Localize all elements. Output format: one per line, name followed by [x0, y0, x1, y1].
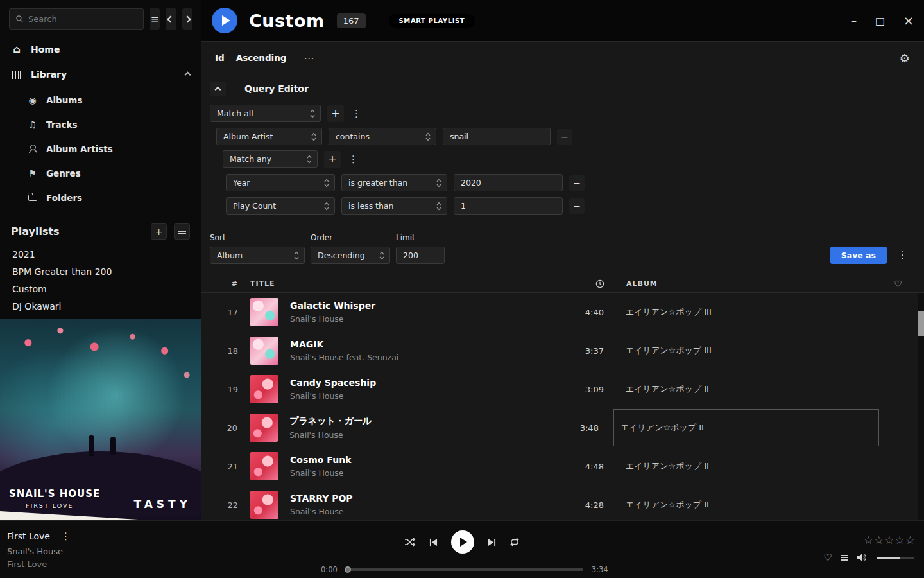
minimize-button[interactable]: –	[851, 15, 857, 27]
playlist-item-custom[interactable]: Custom	[0, 280, 201, 297]
volume-slider[interactable]	[877, 557, 914, 559]
shuffle-button[interactable]	[404, 538, 416, 547]
star-icon[interactable]: ☆	[864, 534, 873, 547]
search-input[interactable]	[28, 14, 137, 24]
track-row-22[interactable]: 22 STARRY POPSnail's House 4:28 エイリアン☆ポッ…	[201, 486, 924, 520]
volume-icon[interactable]	[857, 553, 868, 562]
cover-wedge	[0, 511, 149, 520]
plus-icon: +	[331, 107, 339, 119]
menu-button[interactable]: ≡	[150, 8, 160, 30]
now-playing-menu-icon[interactable]: ⋮	[60, 530, 72, 542]
match-mode-select[interactable]: Match all	[210, 105, 321, 122]
track-row-19[interactable]: 19 Candy SpaceshipSnail's House 3:09 エイリ…	[201, 370, 924, 408]
playlist-item-2021[interactable]: 2021	[0, 245, 201, 263]
group-match-mode-select[interactable]: Match any	[223, 150, 318, 168]
sort-field[interactable]: Id	[215, 53, 225, 63]
more-icon[interactable]: ⋯	[304, 52, 314, 64]
rule1-value-input[interactable]	[443, 128, 551, 145]
seek-bar[interactable]	[346, 568, 583, 571]
save-menu-icon[interactable]: ⋮	[896, 249, 909, 261]
next-button[interactable]	[488, 538, 496, 547]
sidebar: ≡ ⌂ Home Library ◉ Albums ♫ Tracks Album…	[0, 0, 201, 520]
star-icon[interactable]: ☆	[895, 534, 905, 547]
add-rule-button[interactable]: +	[327, 105, 344, 122]
previous-button[interactable]	[429, 538, 438, 547]
next-icon	[488, 538, 496, 547]
progress-section: 0:00 3:34	[321, 565, 608, 574]
track-row-21[interactable]: 21 Cosmo FunkSnail's House 4:48 エイリアン☆ポッ…	[201, 447, 924, 486]
rule3-value-input[interactable]	[454, 197, 563, 215]
flag-icon: ⚑	[27, 168, 38, 179]
now-playing-info: First Love ⋮ Snail's House First Love	[7, 530, 72, 569]
remove-rule2-button[interactable]: −	[569, 175, 585, 191]
playlist-item-bpm[interactable]: BPM Greater than 200	[0, 263, 201, 280]
track-row-17[interactable]: 17 Galactic WhisperSnail's House 4:40 エイ…	[201, 293, 924, 331]
rule1-field-select[interactable]: Album Artist	[216, 128, 322, 145]
column-duration[interactable]	[579, 279, 604, 288]
rule3-field-select[interactable]: Play Count	[226, 197, 335, 215]
add-group-rule-button[interactable]: +	[324, 151, 341, 168]
collapse-query-editor-button[interactable]	[210, 82, 226, 96]
scrollbar-thumb[interactable]	[918, 311, 924, 336]
remove-rule3-button[interactable]: −	[569, 198, 585, 214]
order-select[interactable]: Descending	[311, 247, 390, 264]
sort-select[interactable]: Album	[210, 247, 305, 264]
sidebar-item-genres[interactable]: ⚑ Genres	[0, 161, 201, 186]
limit-input[interactable]	[396, 247, 445, 264]
rule2-field-select[interactable]: Year	[226, 174, 335, 191]
sort-direction[interactable]: Ascending	[236, 53, 287, 63]
elapsed-time: 0:00	[321, 565, 338, 574]
smart-playlist-badge: SMART PLAYLIST	[389, 14, 475, 28]
column-title[interactable]: TITLE	[250, 279, 579, 288]
query-editor-title: Query Editor	[244, 83, 309, 94]
track-number: 22	[201, 500, 238, 510]
sidebar-item-albums[interactable]: ◉ Albums	[0, 88, 201, 112]
group-menu-icon[interactable]: ⋮	[347, 153, 359, 165]
track-title: Galactic Whisper	[290, 301, 558, 311]
track-album: エイリアン☆ポップ II	[626, 448, 878, 485]
track-title: プラネット・ガール	[289, 416, 554, 427]
settings-gear-icon[interactable]: ⚙	[900, 51, 910, 65]
sidebar-item-album-artists[interactable]: Album Artists	[0, 137, 201, 161]
back-button[interactable]	[166, 8, 176, 30]
maximize-button[interactable]: □	[875, 15, 885, 27]
save-as-button[interactable]: Save as	[830, 247, 887, 264]
play-icon	[222, 15, 230, 26]
sidebar-item-tracks[interactable]: ♫ Tracks	[0, 112, 201, 137]
rule1-operator-select[interactable]: contains	[329, 128, 436, 145]
star-icon[interactable]: ☆	[905, 534, 915, 547]
play-playlist-button[interactable]	[212, 8, 237, 33]
favorite-heart-icon[interactable]: ♡	[824, 552, 832, 563]
sidebar-item-folders[interactable]: Folders	[0, 186, 201, 210]
close-button[interactable]: ×	[903, 13, 914, 28]
sidebar-item-library[interactable]: Library	[0, 62, 201, 87]
track-row-20[interactable]: 20 プラネット・ガールSnail's House 3:48 エイリアン☆ポップ…	[201, 408, 924, 447]
rule2-value-input[interactable]	[454, 174, 563, 191]
column-favorite[interactable]: ♡	[878, 279, 918, 289]
repeat-button[interactable]	[509, 538, 520, 547]
rule2-operator-select[interactable]: is greater than	[341, 174, 447, 191]
playlist-list-button[interactable]	[174, 223, 190, 240]
column-album[interactable]: ALBUM	[626, 279, 878, 288]
select-updown-icon	[324, 202, 329, 211]
track-row-18[interactable]: 18 MAGIKSnail's House feat. Sennzai 3:37…	[201, 331, 924, 370]
artist-icon	[27, 144, 38, 153]
forward-button[interactable]	[182, 8, 193, 30]
column-index[interactable]: #	[201, 279, 238, 288]
collapse-library-icon[interactable]	[185, 71, 191, 78]
star-icon[interactable]: ☆	[884, 534, 894, 547]
now-playing-cover[interactable]: SNAIL'S HOUSE FIRST LOVE TASTY	[0, 319, 201, 520]
rule-group-menu-icon[interactable]: ⋮	[350, 108, 363, 119]
add-playlist-button[interactable]: +	[151, 223, 167, 240]
play-pause-button[interactable]	[451, 530, 474, 554]
queue-icon[interactable]	[841, 555, 848, 561]
remove-rule1-button[interactable]: −	[557, 129, 572, 144]
search-box[interactable]	[9, 8, 144, 30]
star-icon[interactable]: ☆	[874, 534, 884, 547]
rule3-operator-select[interactable]: is less than	[341, 197, 447, 215]
sidebar-item-home[interactable]: ⌂ Home	[0, 36, 201, 62]
seek-thumb[interactable]	[345, 566, 351, 573]
scrollbar[interactable]	[918, 293, 924, 520]
track-album-focused[interactable]: エイリアン☆ポップ II	[620, 409, 879, 446]
playlist-item-dj-okawari[interactable]: DJ Okawari	[0, 297, 201, 315]
